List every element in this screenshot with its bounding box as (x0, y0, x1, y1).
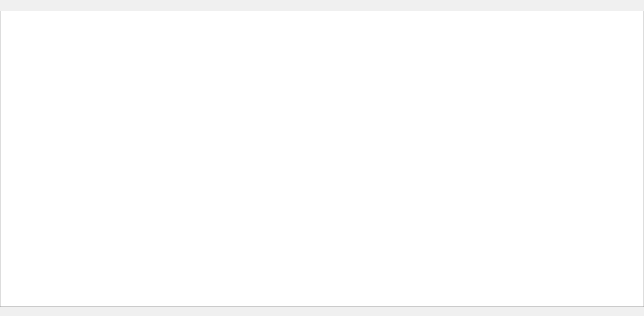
trading-terminal: { "toolbar": { "timeframes": [ {"label":… (0, 0, 644, 316)
symbol-tab-bar (0, 307, 644, 316)
chart-svg (0, 0, 644, 316)
timeframe-toolbar (0, 0, 644, 11)
chart-title (6, 13, 11, 19)
